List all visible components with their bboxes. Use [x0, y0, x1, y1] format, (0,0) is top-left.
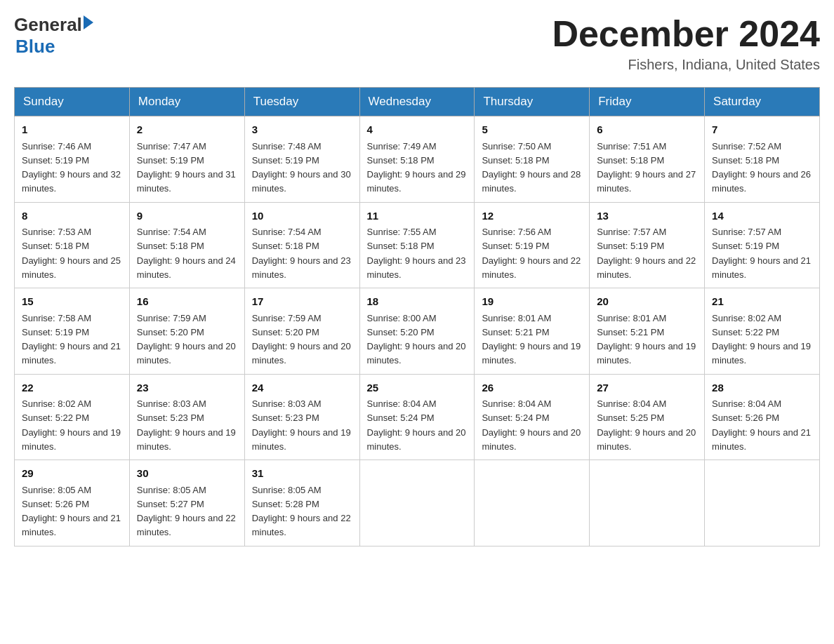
day-info: Sunrise: 8:05 AMSunset: 5:27 PMDaylight:…: [137, 485, 236, 538]
day-number: 24: [252, 380, 352, 396]
day-number: 4: [367, 122, 468, 138]
table-row: 6 Sunrise: 7:51 AMSunset: 5:18 PMDayligh…: [590, 116, 705, 203]
day-number: 11: [367, 208, 468, 224]
day-info: Sunrise: 7:59 AMSunset: 5:20 PMDaylight:…: [137, 313, 236, 366]
table-row: 31 Sunrise: 8:05 AMSunset: 5:28 PMDaylig…: [244, 460, 359, 546]
day-number: 5: [482, 122, 582, 138]
logo: General Blue: [14, 14, 93, 58]
table-row: 3 Sunrise: 7:48 AMSunset: 5:19 PMDayligh…: [244, 116, 359, 203]
day-number: 16: [137, 294, 237, 310]
table-row: 20 Sunrise: 8:01 AMSunset: 5:21 PMDaylig…: [590, 288, 705, 375]
logo-blue-text: Blue: [15, 36, 93, 58]
day-number: 14: [712, 208, 812, 224]
day-number: 2: [137, 122, 237, 138]
day-number: 7: [712, 122, 812, 138]
col-sunday: Sunday: [15, 88, 130, 116]
logo-arrow-icon: [84, 15, 93, 29]
table-row: [475, 460, 590, 546]
logo-general-text: General: [14, 14, 82, 36]
day-info: Sunrise: 7:55 AMSunset: 5:18 PMDaylight:…: [367, 227, 466, 280]
day-info: Sunrise: 7:56 AMSunset: 5:19 PMDaylight:…: [482, 227, 581, 280]
day-info: Sunrise: 7:52 AMSunset: 5:18 PMDaylight:…: [712, 141, 811, 194]
table-row: 15 Sunrise: 7:58 AMSunset: 5:19 PMDaylig…: [15, 288, 130, 375]
table-row: [590, 460, 705, 546]
day-number: 31: [252, 466, 352, 482]
day-number: 6: [597, 122, 697, 138]
day-number: 23: [137, 380, 237, 396]
day-number: 20: [597, 294, 697, 310]
day-info: Sunrise: 7:46 AMSunset: 5:19 PMDaylight:…: [22, 141, 121, 194]
col-tuesday: Tuesday: [244, 88, 359, 116]
day-info: Sunrise: 8:03 AMSunset: 5:23 PMDaylight:…: [137, 398, 236, 452]
table-row: [359, 460, 475, 546]
day-number: 9: [137, 208, 237, 224]
calendar-week-row: 1 Sunrise: 7:46 AMSunset: 5:19 PMDayligh…: [15, 116, 820, 203]
day-number: 22: [22, 380, 122, 396]
day-number: 27: [597, 380, 697, 396]
calendar-week-row: 22 Sunrise: 8:02 AMSunset: 5:22 PMDaylig…: [15, 374, 820, 460]
table-row: 24 Sunrise: 8:03 AMSunset: 5:23 PMDaylig…: [244, 374, 359, 460]
day-number: 30: [137, 466, 237, 482]
day-number: 26: [482, 380, 582, 396]
col-saturday: Saturday: [705, 88, 820, 116]
table-row: 10 Sunrise: 7:54 AMSunset: 5:18 PMDaylig…: [244, 202, 359, 288]
day-number: 17: [252, 294, 352, 310]
day-number: 3: [252, 122, 352, 138]
table-row: 4 Sunrise: 7:49 AMSunset: 5:18 PMDayligh…: [359, 116, 475, 203]
table-row: 28 Sunrise: 8:04 AMSunset: 5:26 PMDaylig…: [705, 374, 820, 460]
day-number: 18: [367, 294, 468, 310]
calendar-table: Sunday Monday Tuesday Wednesday Thursday…: [14, 87, 820, 546]
table-row: 12 Sunrise: 7:56 AMSunset: 5:19 PMDaylig…: [475, 202, 590, 288]
day-number: 8: [22, 208, 122, 224]
calendar-week-row: 15 Sunrise: 7:58 AMSunset: 5:19 PMDaylig…: [15, 288, 820, 375]
page-header: General Blue December 2024 Fishers, Indi…: [14, 14, 820, 73]
day-number: 1: [22, 122, 122, 138]
day-info: Sunrise: 8:02 AMSunset: 5:22 PMDaylight:…: [712, 313, 811, 366]
day-info: Sunrise: 7:49 AMSunset: 5:18 PMDaylight:…: [367, 141, 466, 194]
day-number: 10: [252, 208, 352, 224]
day-info: Sunrise: 7:58 AMSunset: 5:19 PMDaylight:…: [22, 313, 121, 366]
table-row: 5 Sunrise: 7:50 AMSunset: 5:18 PMDayligh…: [475, 116, 590, 203]
table-row: 9 Sunrise: 7:54 AMSunset: 5:18 PMDayligh…: [129, 202, 244, 288]
col-monday: Monday: [129, 88, 244, 116]
table-row: 17 Sunrise: 7:59 AMSunset: 5:20 PMDaylig…: [244, 288, 359, 375]
calendar-week-row: 8 Sunrise: 7:53 AMSunset: 5:18 PMDayligh…: [15, 202, 820, 288]
day-info: Sunrise: 8:05 AMSunset: 5:26 PMDaylight:…: [22, 485, 121, 538]
title-section: December 2024 Fishers, Indiana, United S…: [552, 14, 820, 73]
month-title: December 2024: [552, 14, 820, 54]
table-row: 16 Sunrise: 7:59 AMSunset: 5:20 PMDaylig…: [129, 288, 244, 375]
table-row: 21 Sunrise: 8:02 AMSunset: 5:22 PMDaylig…: [705, 288, 820, 375]
day-info: Sunrise: 7:53 AMSunset: 5:18 PMDaylight:…: [22, 227, 121, 280]
table-row: 30 Sunrise: 8:05 AMSunset: 5:27 PMDaylig…: [129, 460, 244, 546]
day-number: 15: [22, 294, 122, 310]
day-number: 12: [482, 208, 582, 224]
day-info: Sunrise: 8:01 AMSunset: 5:21 PMDaylight:…: [482, 313, 581, 366]
table-row: 8 Sunrise: 7:53 AMSunset: 5:18 PMDayligh…: [15, 202, 130, 288]
day-info: Sunrise: 7:54 AMSunset: 5:18 PMDaylight:…: [252, 227, 351, 280]
table-row: 27 Sunrise: 8:04 AMSunset: 5:25 PMDaylig…: [590, 374, 705, 460]
day-info: Sunrise: 8:04 AMSunset: 5:26 PMDaylight:…: [712, 398, 811, 452]
day-info: Sunrise: 8:04 AMSunset: 5:24 PMDaylight:…: [482, 398, 581, 452]
table-row: 29 Sunrise: 8:05 AMSunset: 5:26 PMDaylig…: [15, 460, 130, 546]
day-info: Sunrise: 7:57 AMSunset: 5:19 PMDaylight:…: [712, 227, 811, 280]
day-number: 19: [482, 294, 582, 310]
table-row: [705, 460, 820, 546]
day-info: Sunrise: 8:00 AMSunset: 5:20 PMDaylight:…: [367, 313, 466, 366]
day-info: Sunrise: 8:04 AMSunset: 5:25 PMDaylight:…: [597, 398, 696, 452]
day-info: Sunrise: 7:50 AMSunset: 5:18 PMDaylight:…: [482, 141, 581, 194]
calendar-header-row: Sunday Monday Tuesday Wednesday Thursday…: [15, 88, 820, 116]
day-number: 13: [597, 208, 697, 224]
col-wednesday: Wednesday: [359, 88, 475, 116]
table-row: 25 Sunrise: 8:04 AMSunset: 5:24 PMDaylig…: [359, 374, 475, 460]
day-info: Sunrise: 7:47 AMSunset: 5:19 PMDaylight:…: [137, 141, 236, 194]
table-row: 26 Sunrise: 8:04 AMSunset: 5:24 PMDaylig…: [475, 374, 590, 460]
day-number: 29: [22, 466, 122, 482]
calendar-week-row: 29 Sunrise: 8:05 AMSunset: 5:26 PMDaylig…: [15, 460, 820, 546]
col-thursday: Thursday: [475, 88, 590, 116]
day-info: Sunrise: 8:01 AMSunset: 5:21 PMDaylight:…: [597, 313, 696, 366]
table-row: 18 Sunrise: 8:00 AMSunset: 5:20 PMDaylig…: [359, 288, 475, 375]
day-number: 21: [712, 294, 812, 310]
table-row: 22 Sunrise: 8:02 AMSunset: 5:22 PMDaylig…: [15, 374, 130, 460]
table-row: 13 Sunrise: 7:57 AMSunset: 5:19 PMDaylig…: [590, 202, 705, 288]
table-row: 7 Sunrise: 7:52 AMSunset: 5:18 PMDayligh…: [705, 116, 820, 203]
